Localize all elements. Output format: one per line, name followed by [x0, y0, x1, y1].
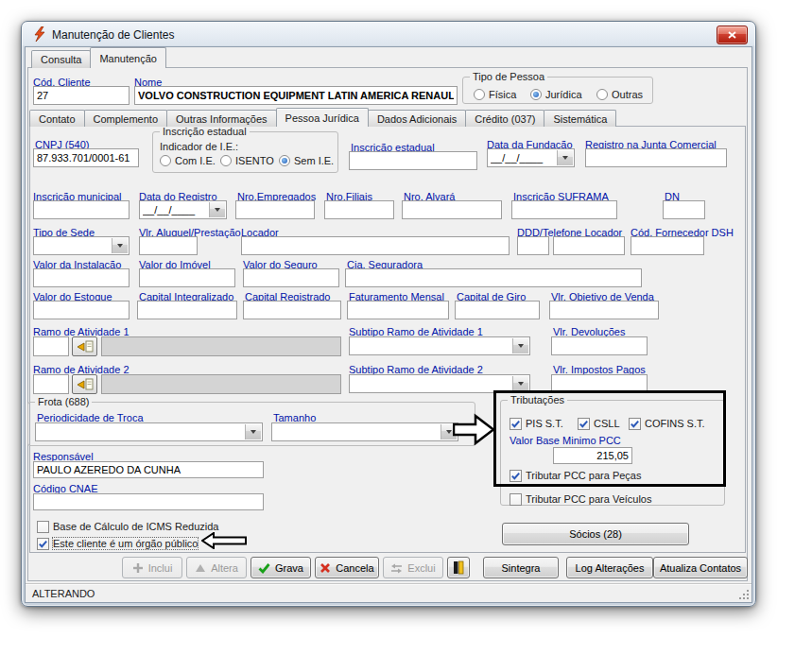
- vlr-devolucoes-input[interactable]: [551, 336, 648, 355]
- faturamento-mensal-input[interactable]: [347, 301, 449, 319]
- chevron-down-icon[interactable]: [209, 202, 225, 217]
- tab-pessoa-juridica[interactable]: Pessoa Jurídica: [276, 108, 369, 127]
- checkbox-csll[interactable]: CSLL: [578, 417, 620, 430]
- tamanho-select[interactable]: [271, 422, 458, 441]
- chevron-down-icon[interactable]: [245, 424, 261, 440]
- nro-empregados-input[interactable]: [235, 200, 315, 219]
- client-area: Consulta Manutenção Cód. Cliente Nome Ti…: [25, 46, 752, 603]
- tab-contato[interactable]: Contato: [29, 110, 85, 127]
- inscricao-suframa-input[interactable]: [511, 200, 617, 219]
- tipo-sede-select[interactable]: [33, 236, 130, 255]
- radio-icon: [474, 89, 485, 100]
- tab-credito-label: Crédito (037): [475, 113, 535, 125]
- nro-alvara-input[interactable]: [402, 200, 502, 219]
- nome-input[interactable]: [134, 86, 458, 105]
- inclui-button[interactable]: Inclui: [122, 557, 182, 578]
- tab-manutencao-label: Manutenção: [99, 53, 157, 64]
- titlebar[interactable]: Manutenção de Clientes: [22, 22, 755, 46]
- valor-estoque-input[interactable]: [33, 301, 130, 319]
- inscricao-municipal-input[interactable]: [33, 200, 130, 219]
- data-fundacao-picker[interactable]: __/__/____: [487, 148, 575, 167]
- locador-input[interactable]: [241, 236, 510, 255]
- check-icon: [258, 562, 270, 574]
- registro-junta-input[interactable]: [585, 148, 727, 167]
- exclui-button[interactable]: Exclui: [383, 557, 443, 578]
- checkbox-pis-st[interactable]: PIS S.T.: [510, 417, 563, 430]
- close-button[interactable]: [717, 26, 748, 44]
- radio-com-ie[interactable]: Com I.E.: [160, 154, 216, 167]
- grava-button-label: Grava: [275, 562, 303, 574]
- valor-imovel-input[interactable]: [139, 268, 235, 287]
- cod-fornecedor-dsh-input[interactable]: [631, 236, 704, 255]
- ramo-atividade-2-code-input[interactable]: [33, 374, 69, 394]
- radio-isento[interactable]: ISENTO: [220, 154, 274, 167]
- radio-sem-ie[interactable]: Sem I.E.: [279, 154, 334, 167]
- chevron-down-icon[interactable]: [512, 376, 528, 391]
- radio-outras[interactable]: Outras: [596, 88, 643, 101]
- book-icon: [452, 560, 465, 576]
- periodicidade-troca-select[interactable]: [35, 422, 263, 441]
- checkbox-icms-reduzida[interactable]: Base de Cálculo de ICMS Reduzida: [37, 520, 218, 533]
- capital-registrado-input[interactable]: [243, 301, 341, 319]
- checkbox-orgao-publico[interactable]: Este cliente é um órgão público: [37, 537, 198, 550]
- log-alteracoes-button[interactable]: Log Alterações: [566, 557, 653, 578]
- inscricao-estadual-input[interactable]: [349, 151, 477, 170]
- capital-giro-input[interactable]: [455, 301, 540, 319]
- codigo-cnae-input[interactable]: [33, 493, 264, 510]
- sintegra-button[interactable]: Sintegra: [483, 557, 559, 578]
- vlr-aluguel-input[interactable]: [139, 236, 198, 255]
- inclui-button-label: Inclui: [148, 562, 173, 574]
- radio-juridica[interactable]: Jurídica: [530, 88, 582, 101]
- dn-input[interactable]: [663, 200, 705, 219]
- tab-credito[interactable]: Crédito (037): [465, 110, 544, 127]
- nro-filiais-input[interactable]: [324, 200, 394, 219]
- checkbox-tributar-veiculos[interactable]: Tributar PCC para Veículos: [510, 492, 651, 506]
- close-icon: [728, 31, 736, 39]
- ramo-atividade-1-code-input[interactable]: [33, 336, 69, 356]
- tab-dados-adicionais[interactable]: Dados Adicionais: [368, 110, 466, 127]
- window: Manutenção de Clientes Consulta Manutenç…: [21, 21, 756, 607]
- checkbox-tributar-pecas[interactable]: Tributar PCC para Peças: [510, 469, 641, 482]
- altera-button[interactable]: Altera: [186, 557, 247, 578]
- tributacoes-legend: Tributações: [508, 394, 567, 406]
- ramo-atividade-1-lookup-button[interactable]: [72, 336, 97, 356]
- tab-sistematica[interactable]: Sistemática: [544, 110, 616, 127]
- atualiza-contatos-button[interactable]: Atualiza Contatos: [653, 557, 748, 578]
- cod-cliente-input[interactable]: [33, 86, 130, 105]
- capital-integralizado-input[interactable]: [137, 301, 237, 319]
- cnpj-input[interactable]: [33, 148, 139, 167]
- checkbox-cofins-st[interactable]: COFINS S.T.: [629, 417, 705, 430]
- vlr-impostos-pagos-input[interactable]: [551, 374, 648, 393]
- detail-tab-bar: Contato Complemento Outras Informações P…: [29, 108, 615, 127]
- radio-icon: [160, 155, 171, 166]
- tab-consulta[interactable]: Consulta: [31, 50, 91, 68]
- resize-grip-icon[interactable]: [738, 589, 750, 600]
- cancela-button[interactable]: Cancela: [315, 557, 379, 578]
- cia-seguradora-input[interactable]: [345, 268, 642, 287]
- radio-fisica[interactable]: Física: [474, 88, 516, 101]
- valor-instalacao-input[interactable]: [33, 268, 130, 287]
- tab-outras-informacoes[interactable]: Outras Informações: [166, 110, 277, 127]
- grava-button[interactable]: Grava: [251, 557, 311, 578]
- valor-seguro-input[interactable]: [243, 268, 339, 287]
- data-registro-picker[interactable]: __/__/____: [139, 200, 227, 219]
- chevron-down-icon[interactable]: [557, 150, 573, 165]
- chevron-down-icon[interactable]: [112, 238, 128, 253]
- chevron-down-icon[interactable]: [512, 338, 528, 353]
- vlr-objetivo-venda-input[interactable]: [549, 301, 659, 319]
- subtipo-ramo-1-select[interactable]: [349, 336, 530, 355]
- subtipo-ramo-2-select[interactable]: [349, 374, 530, 393]
- checkbox-icon: [578, 418, 590, 430]
- tab-manutencao[interactable]: Manutenção: [90, 47, 166, 68]
- socios-button[interactable]: Sócios (28): [502, 523, 689, 545]
- ddd-locador-input[interactable]: [517, 236, 549, 255]
- lightning-icon: [32, 26, 47, 42]
- tab-complemento[interactable]: Complemento: [84, 110, 167, 127]
- telefone-locador-input[interactable]: [553, 236, 625, 255]
- responsavel-input[interactable]: [33, 461, 264, 478]
- chevron-down-icon[interactable]: [441, 424, 457, 440]
- icon-button[interactable]: [447, 557, 470, 578]
- x-icon: [320, 562, 331, 574]
- ramo-atividade-2-lookup-button[interactable]: [72, 374, 97, 394]
- valor-base-pcc-input[interactable]: [553, 447, 632, 464]
